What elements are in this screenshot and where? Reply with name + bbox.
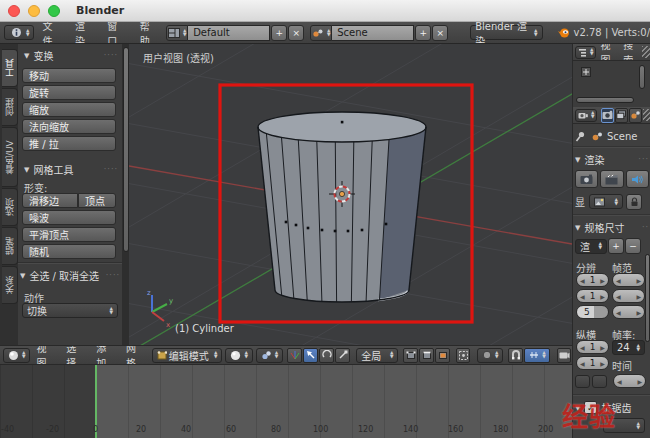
time-remap-field[interactable]: ◀ ▶ bbox=[613, 374, 646, 388]
arrow-left-icon[interactable]: ◀ bbox=[616, 309, 621, 316]
option-toggle-b[interactable] bbox=[592, 375, 607, 388]
snap-element-selector[interactable]: ▲▼ bbox=[524, 348, 550, 363]
arrow-left-icon[interactable]: ◀ bbox=[616, 293, 621, 300]
resolution-y-field[interactable]: ◀ 1 ▶ bbox=[576, 289, 609, 303]
aspect-x-field[interactable]: ◀ 1 ▶ bbox=[576, 340, 609, 354]
render-presets-dropdown[interactable]: 渲 ▲▼ bbox=[575, 239, 607, 254]
menu-render[interactable]: 渲染 bbox=[67, 22, 99, 44]
minimize-window-button[interactable] bbox=[28, 5, 40, 17]
timeline-editor[interactable]: -40 -20 0 20 40 60 80 100 120 140 160 18… bbox=[0, 365, 572, 438]
arrow-left-icon[interactable]: ◀ bbox=[616, 277, 621, 284]
corner-grip-icon[interactable] bbox=[642, 46, 650, 58]
mesh-tools-panel-header[interactable]: ▼ 网格工具 ···· bbox=[24, 162, 118, 177]
arrow-right-icon[interactable]: ▶ bbox=[600, 277, 605, 284]
expand-plus-icon[interactable] bbox=[581, 67, 591, 77]
render-still-button[interactable] bbox=[575, 170, 598, 188]
outliner-menu-search[interactable]: 搜索 bbox=[619, 44, 642, 61]
menu-window[interactable]: 窗口 bbox=[99, 22, 131, 44]
delete-scene-button[interactable]: × bbox=[432, 25, 448, 41]
menu-help[interactable]: 帮助 bbox=[132, 22, 164, 44]
pivot-point-selector[interactable]: ▲▼ bbox=[256, 348, 283, 363]
display-mode-dropdown[interactable]: ▲▼ bbox=[589, 194, 623, 209]
frame-end-field[interactable]: ◀ ▶ bbox=[612, 289, 645, 303]
outliner-editor-type-selector[interactable]: ▲▼ bbox=[575, 46, 596, 59]
push-pull-button[interactable]: 推 / 拉 bbox=[22, 136, 116, 151]
limit-selection-visible-toggle[interactable] bbox=[456, 348, 470, 363]
vertex-slide-button[interactable]: 顶点 bbox=[78, 193, 116, 208]
close-window-button[interactable] bbox=[8, 5, 20, 17]
menu-mesh[interactable]: 网格 bbox=[120, 345, 150, 365]
scale-button[interactable]: 缩放 bbox=[22, 102, 116, 117]
select-all-panel-header[interactable]: ▼ 全选 / 取消全选 ···· bbox=[20, 268, 120, 283]
resolution-x-field[interactable]: ◀ 1 ▶ bbox=[576, 273, 609, 287]
breadcrumb-scene[interactable]: Scene bbox=[607, 131, 638, 142]
scale-manipulator-toggle[interactable] bbox=[335, 348, 350, 363]
rotate-button[interactable]: 旋转 bbox=[22, 85, 116, 100]
menu-select[interactable]: 选择 bbox=[60, 345, 90, 365]
outliner-menu-view[interactable]: 视图 bbox=[596, 44, 619, 61]
tab-create[interactable]: 创建 bbox=[2, 88, 18, 126]
mode-selector[interactable]: 编辑模式 ▲▼ bbox=[152, 348, 223, 363]
viewport-3d[interactable]: z y x 用户视图 (透视) (1) Cylinder bbox=[129, 44, 572, 345]
tab-render-layers[interactable] bbox=[615, 108, 628, 123]
option-toggle-a[interactable] bbox=[575, 375, 590, 388]
menu-file[interactable]: 文件 bbox=[34, 22, 66, 44]
frame-start-field[interactable]: ◀ ▶ bbox=[612, 273, 645, 287]
snap-toggle[interactable] bbox=[508, 348, 523, 363]
remove-preset-button[interactable]: − bbox=[625, 238, 641, 254]
scene-name[interactable]: Scene bbox=[332, 25, 414, 41]
tab-tools[interactable]: 工具 bbox=[2, 49, 18, 87]
proportional-edit-selector[interactable]: ▲▼ bbox=[477, 348, 503, 363]
arrow-left-icon[interactable]: ◀ bbox=[580, 344, 585, 351]
translate-button[interactable]: 移动 bbox=[22, 68, 116, 83]
randomize-button[interactable]: 随机 bbox=[22, 244, 116, 259]
arrow-right-icon[interactable]: ▶ bbox=[600, 360, 605, 367]
outliner-content[interactable] bbox=[573, 61, 650, 107]
manipulator-toggle[interactable] bbox=[287, 348, 302, 363]
zoom-window-button[interactable] bbox=[48, 5, 60, 17]
tab-shading-uv[interactable]: 着色/UV bbox=[2, 127, 18, 187]
aspect-y-field[interactable]: ◀ 1 ▶ bbox=[576, 356, 609, 370]
tab-grease-pencil[interactable]: 蜡笔 bbox=[2, 227, 18, 265]
menu-view[interactable]: 视图 bbox=[30, 345, 60, 365]
scene-icon[interactable]: ▲▼ bbox=[310, 25, 332, 41]
fps-dropdown[interactable]: 24 ▲▼ bbox=[612, 340, 645, 355]
transform-panel-header[interactable]: ▼ 变换 ···· bbox=[24, 48, 118, 63]
arrow-right-icon[interactable]: ▶ bbox=[600, 344, 605, 351]
tab-options[interactable]: 选项 bbox=[2, 188, 18, 226]
render-animation-button[interactable] bbox=[600, 170, 623, 188]
translate-manipulator-toggle[interactable] bbox=[303, 348, 318, 363]
pin-icon[interactable] bbox=[575, 131, 585, 142]
properties-editor-type-selector[interactable]: ▲▼ bbox=[575, 109, 597, 122]
shrink-fatten-button[interactable]: 法向缩放 bbox=[22, 119, 116, 134]
render-section-header[interactable]: ▼ 渲染 ··· bbox=[575, 152, 649, 167]
noise-button[interactable]: 噪波 bbox=[22, 210, 116, 225]
screen-layout-name[interactable]: Default bbox=[188, 25, 270, 41]
editor-type-selector[interactable]: ▲▼ bbox=[4, 25, 34, 40]
dimensions-section-header[interactable]: ▼ 规格尺寸 ·· bbox=[575, 220, 649, 235]
add-preset-button[interactable]: + bbox=[608, 238, 624, 254]
corner-grip-icon[interactable] bbox=[643, 109, 650, 121]
tab-scene-properties[interactable] bbox=[629, 108, 642, 123]
viewport-shading-selector[interactable]: ▲▼ bbox=[225, 348, 252, 363]
opengl-render-button[interactable] bbox=[557, 348, 571, 363]
rotate-manipulator-toggle[interactable] bbox=[319, 348, 334, 363]
arrow-left-icon[interactable]: ◀ bbox=[580, 360, 585, 367]
edge-slide-button[interactable]: 滑移边 bbox=[22, 193, 78, 208]
select-action-dropdown[interactable]: 切换 ▲▼ bbox=[22, 303, 118, 318]
arrow-left-icon[interactable]: ◀ bbox=[580, 277, 585, 284]
tab-relations[interactable]: 关系 bbox=[2, 266, 18, 304]
face-select-mode-button[interactable] bbox=[435, 348, 450, 363]
arrow-right-icon[interactable]: ▶ bbox=[637, 378, 642, 385]
arrow-right-icon[interactable]: ▶ bbox=[600, 293, 605, 300]
arrow-left-icon[interactable]: ◀ bbox=[580, 293, 585, 300]
frame-step-field[interactable]: ◀ ▶ bbox=[612, 305, 645, 319]
outliner-hscrollbar[interactable] bbox=[576, 97, 634, 103]
resolution-percentage-slider[interactable]: 5 bbox=[576, 305, 609, 319]
arrow-left-icon[interactable]: ◀ bbox=[617, 378, 622, 385]
arrow-right-icon[interactable]: ▶ bbox=[636, 277, 641, 284]
arrow-right-icon[interactable]: ▶ bbox=[636, 293, 641, 300]
properties-scrollbar[interactable] bbox=[645, 254, 650, 342]
add-layout-button[interactable]: + bbox=[271, 25, 287, 41]
vertex-select-mode-button[interactable] bbox=[403, 348, 418, 363]
